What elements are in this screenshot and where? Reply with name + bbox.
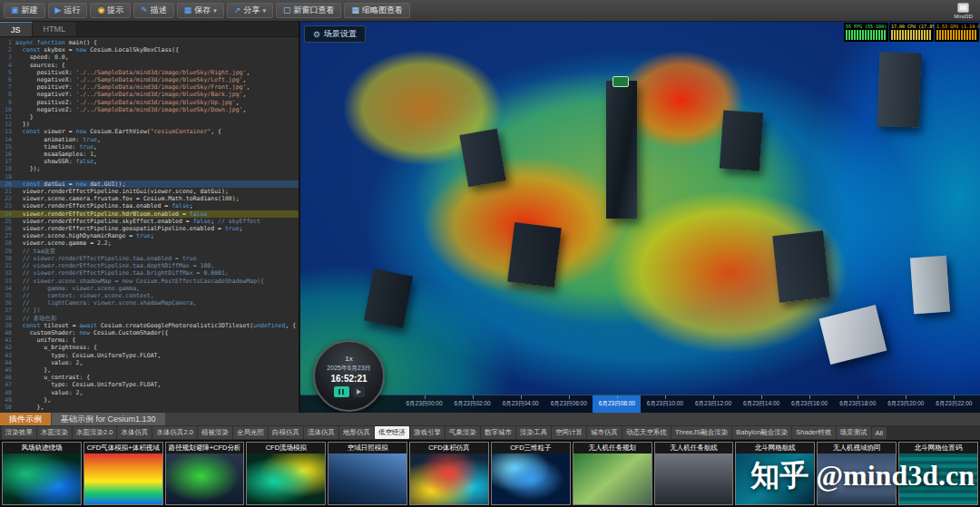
timeline-tick[interactable]: 6月23日08:00 (593, 395, 641, 413)
code-line[interactable]: 35 // context: viewer.scene.context, (0, 292, 299, 299)
code-area[interactable]: 1async function main() {2 const skybox =… (0, 37, 299, 413)
example-card[interactable]: 空域日照模拟 (328, 442, 407, 505)
category-tab[interactable]: 水面渲染2.0 (73, 426, 116, 439)
code-line[interactable]: 30 // viewer.renderEffectPipeline.taa.en… (0, 255, 299, 262)
code-line[interactable]: 48 value: 2, (0, 389, 299, 396)
code-line[interactable]: 6 negativeX: './../SampleData/mind3d/ima… (0, 76, 299, 83)
timeline-tick[interactable]: 6月23日22:00 (930, 395, 978, 413)
category-tab[interactable]: 动态天空系统 (622, 426, 671, 439)
code-line[interactable]: 25 viewer.renderEffectPipeline.skyEffect… (0, 218, 299, 225)
category-tab[interactable]: ThreeJS融合渲染 (671, 426, 731, 439)
toolbar-button[interactable]: ✎描述 (133, 3, 174, 18)
category-tab[interactable]: 低空经济 (375, 426, 409, 439)
toolbar-button[interactable]: ▦保存▾ (177, 3, 224, 18)
category-tab[interactable]: Shader特效 (792, 426, 835, 439)
timeline-tick[interactable]: 6月23日10:00 (641, 395, 689, 413)
code-line[interactable]: 7 positiveY: './../SampleData/mind3d/ima… (0, 83, 299, 91)
code-line[interactable]: 9 positiveZ: './../SampleData/mind3d/ima… (0, 99, 299, 106)
code-line[interactable]: 4 sources: { (0, 62, 299, 69)
timeline-tick[interactable]: 6月23日20:00 (882, 395, 930, 413)
category-tab[interactable]: 全局光照 (233, 426, 268, 439)
timeline-tick[interactable]: 6月23日00:00 (400, 395, 448, 413)
code-line[interactable]: 15 timeline: true, (0, 143, 299, 151)
example-card[interactable]: CFD流场模拟 (246, 442, 326, 505)
code-line[interactable]: 1async function main() { (0, 39, 299, 46)
code-line[interactable]: 29 // taa设置 (0, 248, 299, 255)
play-button[interactable] (353, 386, 365, 397)
timeline-bar[interactable]: 6月23日00:006月23日02:006月23日04:006月23日06:00… (300, 395, 980, 413)
code-line[interactable]: 11 } (0, 113, 299, 121)
category-tab[interactable]: Babylon融合渲染 (732, 426, 791, 439)
category-tab[interactable]: 游戏引擎 (410, 426, 445, 439)
example-card[interactable]: 无人机任务航线 (654, 442, 734, 505)
toolbar-button[interactable]: ▦缩略图查看 (344, 3, 410, 18)
panel-tab[interactable]: 插件示例 (0, 413, 51, 425)
timeline-tick[interactable]: 6月23日14:00 (738, 395, 786, 413)
code-line[interactable]: 46 u_contrast: { (0, 374, 299, 381)
code-line[interactable]: 14 animation: true, (0, 136, 299, 143)
code-line[interactable]: 23 viewer.renderEffectPipeline.taa.enabl… (0, 202, 299, 210)
toolbar-button[interactable]: ▣新建 (4, 3, 45, 18)
example-card[interactable]: CFD三维粒子 (491, 442, 571, 505)
toolbar-button[interactable]: ▶运行 (48, 3, 88, 18)
pause-button[interactable] (334, 386, 349, 397)
panel-tab[interactable]: 基础示例 for Cesium1.130 (52, 413, 165, 425)
code-line[interactable]: 16 msaaSamples: 1, (0, 151, 299, 158)
code-line[interactable]: 50 }, (0, 404, 299, 411)
timeline-tick[interactable]: 6月23日02:00 (448, 395, 496, 413)
code-line[interactable]: 45 }, (0, 366, 299, 374)
code-line[interactable]: 32 // viewer.renderEffectPipeline.taa.br… (0, 269, 299, 277)
code-line[interactable]: 33 // viewer.scene.shadowMap = new Cesiu… (0, 278, 299, 285)
timeline-tick[interactable]: 6月23日18:00 (834, 395, 882, 413)
category-tab[interactable]: 白模仿真 (269, 426, 303, 439)
category-tab[interactable]: 水体仿真2.0 (152, 426, 196, 439)
code-line[interactable]: 19 (0, 173, 299, 180)
code-line[interactable]: 43 type: Cesium.UniformType.FLOAT, (0, 352, 299, 359)
category-tab[interactable]: 地形仿真 (339, 426, 374, 439)
3d-scene[interactable] (300, 22, 980, 413)
timeline-tick[interactable]: 6月23日16:00 (786, 395, 834, 413)
category-tab[interactable]: 水面渲染 (37, 426, 72, 439)
code-line[interactable]: 36 // lightCamera: viewer.scene.shadowMa… (0, 299, 299, 307)
code-line[interactable]: 47 type: Cesium.UniformType.FLOAT, (0, 381, 299, 388)
code-line[interactable]: 12 }) (0, 121, 299, 128)
code-line[interactable]: 42 u_brightness: { (0, 344, 299, 351)
category-tab[interactable]: 场景测试 (837, 426, 871, 439)
code-line[interactable]: 21 viewer.renderEffectPipeline.initGui(v… (0, 188, 299, 195)
code-line[interactable]: 10 negativeZ: './../SampleData/mind3d/im… (0, 106, 299, 113)
category-tab[interactable]: 数字城市 (481, 426, 515, 439)
timeline-tick[interactable]: 6月23日06:00 (544, 395, 593, 413)
category-tab[interactable]: 城市仿真 (587, 426, 622, 439)
editor-tab-js[interactable]: JS (0, 22, 33, 36)
code-line[interactable]: 3 speed: 0.0, (0, 54, 299, 61)
code-line[interactable]: 5 positiveX: './../SampleData/mind3d/ima… (0, 69, 299, 76)
code-line[interactable]: 20 const datGui = new dat.GUI(); (0, 180, 299, 188)
example-card[interactable]: CFD气体模拟+体积视域 (83, 442, 163, 505)
timeline-tick[interactable]: 6月23日04:00 (496, 395, 544, 413)
code-line[interactable]: 18 }); (0, 165, 299, 172)
code-line[interactable]: 37 // }) (0, 307, 299, 314)
category-tab[interactable]: 气象渲染 (446, 426, 480, 439)
category-tab[interactable]: 水体仿真 (117, 426, 152, 439)
code-line[interactable]: 34 // gamma: viewer.scene.gamma, (0, 285, 299, 292)
code-line[interactable]: 27 viewer.scene.highDynamicRange = true; (0, 232, 299, 239)
code-line[interactable]: 17 showSSR: false, (0, 158, 299, 165)
code-line[interactable]: 2 const skybox = new Cesium.LocalSkyBoxC… (0, 46, 299, 54)
code-line[interactable]: 49 }, (0, 396, 299, 404)
example-card[interactable]: 无人机任务规划 (573, 442, 652, 505)
example-card[interactable]: CFD体积仿真 (409, 442, 489, 505)
toolbar-button[interactable]: ↗分享▾ (227, 3, 273, 18)
category-tab[interactable]: All (872, 427, 887, 439)
code-line[interactable]: 13 const viewer = new Cesium.EarthView("… (0, 128, 299, 135)
perf-stat-panel[interactable]: 17.00 CPU (17.85-27.85) (889, 23, 934, 42)
category-tab[interactable]: 渲染效果 (2, 426, 36, 439)
toolbar-button[interactable]: ◉提示 (90, 3, 131, 18)
category-tab[interactable]: 渲染工具 (516, 426, 551, 439)
toolbar-button[interactable]: ▢新窗口查看 (276, 3, 342, 18)
code-line[interactable]: 44 value: 2, (0, 359, 299, 366)
example-card[interactable]: 风场轨迹绕场 (2, 442, 82, 505)
code-line[interactable]: 40 customShader: new Cesium.CustomShader… (0, 329, 299, 336)
code-line[interactable]: 26 viewer.renderEffectPipeline.geospatia… (0, 225, 299, 232)
code-line[interactable]: 31 // viewer.renderEffectPipeline.taa.de… (0, 262, 299, 269)
editor-tab-html[interactable]: HTML (33, 22, 78, 36)
